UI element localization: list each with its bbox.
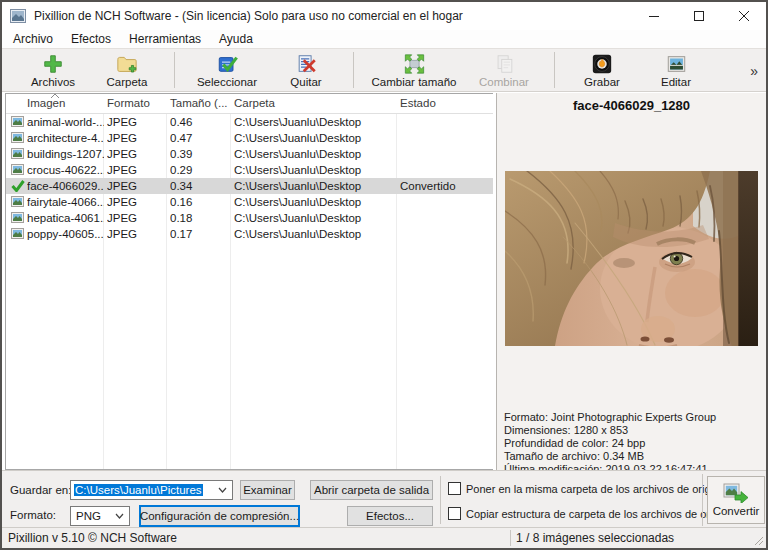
- preview-filename: face-4066029_1280: [497, 98, 766, 113]
- image-file-icon: [11, 116, 24, 127]
- close-button[interactable]: [721, 2, 766, 30]
- add-files-button[interactable]: Archivos: [16, 50, 90, 90]
- format-value: PNG: [76, 510, 101, 522]
- image-file-icon: [11, 132, 24, 143]
- menu-bar: Archivo Efectos Herramientas Ayuda: [2, 30, 766, 48]
- image-file-icon: [11, 148, 24, 159]
- detail-dimensions: Dimensiones: 1280 x 853: [504, 424, 716, 437]
- resize-button[interactable]: Cambiar tamaño: [364, 50, 464, 90]
- file-row-animal-world[interactable]: animal-world-...JPEG0.46C:\Users\Juanlu\…: [6, 114, 493, 130]
- select-button[interactable]: Seleccionar: [185, 50, 269, 90]
- maximize-button[interactable]: [676, 2, 721, 30]
- column-header-formato[interactable]: Formato: [107, 97, 150, 109]
- combine-icon: [493, 53, 516, 75]
- resize-icon: [403, 53, 426, 75]
- file-row-architecture[interactable]: architecture-4...JPEG0.47C:\Users\Juanlu…: [6, 130, 493, 146]
- image-file-icon: [11, 164, 24, 175]
- file-row-crocus[interactable]: crocus-40622...JPEG0.29C:\Users\Juanlu\D…: [6, 162, 493, 178]
- add-folder-icon: [115, 53, 139, 75]
- format-select[interactable]: PNG: [70, 506, 130, 526]
- maximize-icon: [694, 11, 704, 21]
- chevron-down-icon: [218, 487, 227, 493]
- image-details: Formato: Joint Photographic Experts Grou…: [504, 411, 716, 476]
- burn-button[interactable]: Grabar: [565, 50, 639, 90]
- toolbar: Archivos Carpeta Seleccionar: [2, 48, 766, 92]
- format-label: Formato:: [10, 509, 56, 521]
- select-check-icon: [216, 53, 239, 75]
- chevron-down-icon: [115, 513, 124, 519]
- browse-button[interactable]: Examinar: [240, 480, 295, 500]
- compression-settings-button[interactable]: Configuración de compresión...: [139, 505, 300, 527]
- preview-panel: face-4066029_1280: [496, 93, 766, 470]
- open-output-folder-button[interactable]: Abrir carpeta de salida: [310, 480, 433, 500]
- menu-ayuda[interactable]: Ayuda: [210, 32, 262, 46]
- selection-count: 1 / 8 imágenes seleccionadas: [516, 531, 674, 545]
- close-icon: [739, 11, 749, 21]
- file-list: Imagen Formato Tamaño (... Carpeta Estad…: [5, 93, 493, 470]
- app-window: Pixillion de NCH Software - (Sin licenci…: [0, 0, 768, 550]
- toolbar-separator: [353, 52, 354, 88]
- detail-color-depth: Profundidad de color: 24 bpp: [504, 437, 716, 450]
- column-header-tamano[interactable]: Tamaño (...: [170, 97, 228, 109]
- column-header-estado[interactable]: Estado: [400, 97, 436, 109]
- save-path-value: C:\Users\Juanlu\Pictures: [74, 484, 203, 496]
- toolbar-separator: [554, 52, 555, 88]
- image-file-icon: [11, 196, 24, 207]
- add-files-icon: [42, 53, 64, 75]
- detail-file-size: Tamaño de archivo: 0.34 MB: [504, 450, 716, 463]
- status-bar: Pixillion v 5.10 © NCH Software 1 / 8 im…: [2, 527, 766, 548]
- edit-image-icon: [665, 53, 688, 75]
- same-folder-checkbox-row[interactable]: Poner en la misma carpeta de los archivo…: [448, 482, 723, 495]
- effects-button[interactable]: Efectos...: [347, 506, 433, 526]
- image-file-icon: [11, 228, 24, 239]
- file-row-face-selected[interactable]: face-4066029...JPEG0.34C:\Users\Juanlu\D…: [6, 178, 493, 194]
- remove-button[interactable]: Quitar: [269, 50, 343, 90]
- title-bar: Pixillion de NCH Software - (Sin licenci…: [2, 2, 766, 30]
- column-header-imagen[interactable]: Imagen: [27, 97, 65, 109]
- preview-image: [505, 171, 758, 346]
- minimize-button[interactable]: [631, 2, 676, 30]
- save-to-label: Guardar en:: [10, 484, 71, 496]
- edit-button[interactable]: Editar: [639, 50, 713, 90]
- image-file-icon: [11, 212, 24, 223]
- burn-disc-icon: [591, 53, 613, 75]
- remove-icon: [295, 53, 318, 75]
- toolbar-overflow-chevron[interactable]: »: [750, 63, 758, 79]
- output-settings: Guardar en: C:\Users\Juanlu\Pictures Exa…: [2, 470, 766, 527]
- copy-structure-label: Copiar estructura de carpeta de los arch…: [466, 508, 731, 520]
- file-row-fairytale[interactable]: fairytale-4066...JPEG0.16C:\Users\Juanlu…: [6, 194, 493, 210]
- converted-check-icon: [11, 180, 25, 192]
- convert-label: Convertir: [713, 505, 760, 517]
- copy-structure-checkbox-row[interactable]: Copiar estructura de carpeta de los arch…: [448, 507, 731, 520]
- panel-separator: [702, 474, 703, 526]
- resize-grip[interactable]: [754, 536, 764, 546]
- same-folder-checkbox[interactable]: [448, 482, 461, 495]
- status-separator: [510, 530, 511, 546]
- panel-separator: [440, 476, 441, 524]
- menu-archivo[interactable]: Archivo: [4, 32, 62, 46]
- combine-button: Combinar: [464, 50, 544, 90]
- menu-herramientas[interactable]: Herramientas: [120, 32, 210, 46]
- column-header-carpeta[interactable]: Carpeta: [234, 97, 275, 109]
- window-title: Pixillion de NCH Software - (Sin licenci…: [34, 9, 463, 23]
- app-icon: [10, 9, 26, 23]
- save-path-combobox[interactable]: C:\Users\Juanlu\Pictures: [70, 480, 233, 500]
- status-converted: Convertido: [400, 178, 490, 194]
- version-text: Pixillion v 5.10 © NCH Software: [8, 531, 177, 545]
- menu-efectos[interactable]: Efectos: [62, 32, 120, 46]
- file-row-poppy[interactable]: poppy-40605...JPEG0.17C:\Users\Juanlu\De…: [6, 226, 493, 242]
- list-header: Imagen Formato Tamaño (... Carpeta Estad…: [6, 94, 493, 114]
- convert-icon: [723, 483, 749, 503]
- file-row-buildings[interactable]: buildings-1207...JPEG0.39C:\Users\Juanlu…: [6, 146, 493, 162]
- toolbar-separator: [174, 52, 175, 88]
- add-folder-button[interactable]: Carpeta: [90, 50, 164, 90]
- minimize-icon: [649, 11, 659, 21]
- detail-format: Formato: Joint Photographic Experts Grou…: [504, 411, 716, 424]
- convert-button[interactable]: Convertir: [707, 476, 765, 524]
- same-folder-label: Poner en la misma carpeta de los archivo…: [466, 483, 723, 495]
- file-row-hepatica[interactable]: hepatica-4061...JPEG0.18C:\Users\Juanlu\…: [6, 210, 493, 226]
- copy-structure-checkbox[interactable]: [448, 507, 461, 520]
